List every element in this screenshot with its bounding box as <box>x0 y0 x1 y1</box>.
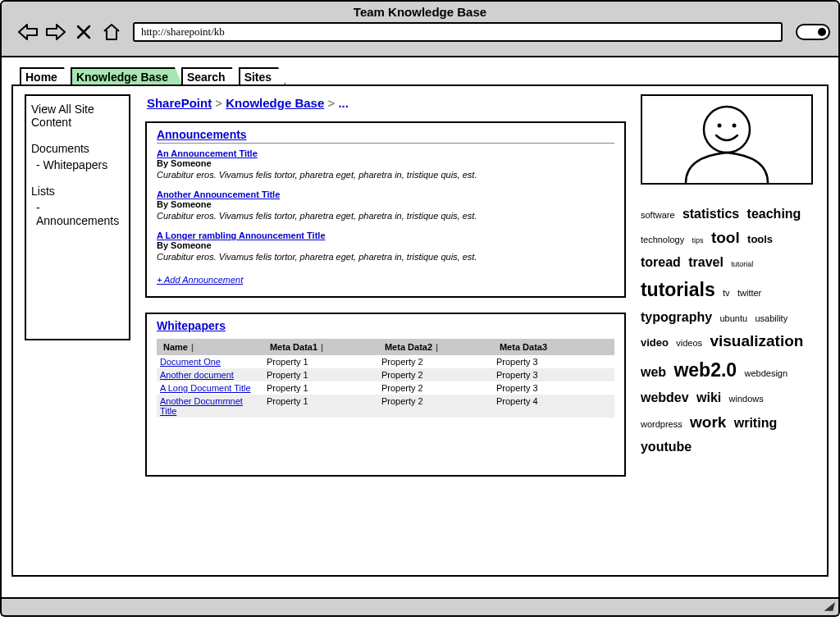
sidebar-view-all[interactable]: View All Site Content <box>31 103 124 129</box>
tab-home[interactable]: Home <box>20 67 72 86</box>
resize-grip-icon[interactable]: ◢ <box>824 599 833 612</box>
tag-cloud: software statistics teaching technology … <box>641 203 815 458</box>
announcement-title[interactable]: An Announcement Title <box>157 148 614 158</box>
sidebar-whitepapers[interactable]: - Whitepapers <box>31 158 124 171</box>
cell: Property 3 <box>493 381 608 395</box>
tag[interactable]: visualization <box>710 332 803 349</box>
tab-strip: Home Knowledge Base Search Sites <box>20 67 829 86</box>
stop-button[interactable] <box>72 22 95 42</box>
announcement-author: By Someone <box>157 240 614 250</box>
table-row: Document OneProperty 1Property 2Property… <box>157 355 614 368</box>
announcement-body: Curabitur eros. Vivamus felis tortor, ph… <box>157 252 614 262</box>
whitepapers-title[interactable]: Whitepapers <box>157 319 614 334</box>
left-nav: View All Site Content Documents - Whitep… <box>25 94 130 340</box>
cell: Property 1 <box>263 368 378 381</box>
table-row: Another Docummnet TitleProperty 1Propert… <box>157 395 614 418</box>
cell: Property 2 <box>378 355 493 368</box>
cell: Property 2 <box>378 395 493 418</box>
announcement-title[interactable]: Another Announcement Title <box>157 189 614 199</box>
cell: Property 1 <box>263 381 378 395</box>
breadcrumb-tail: ... <box>338 96 349 110</box>
back-button[interactable] <box>16 22 39 42</box>
tag[interactable]: tv <box>723 288 730 298</box>
tag[interactable]: web2.0 <box>673 359 737 381</box>
tab-sites[interactable]: Sites <box>239 67 286 86</box>
tag[interactable]: usability <box>755 313 788 323</box>
announcement-title[interactable]: A Longer rambling Announcement Title <box>157 231 614 240</box>
cell: Property 4 <box>493 395 608 418</box>
cell: Property 3 <box>493 355 608 368</box>
tag[interactable]: technology <box>641 235 684 244</box>
cell: Property 2 <box>378 368 493 381</box>
col-meta2[interactable]: Meta Data2 <box>385 342 432 352</box>
home-button[interactable] <box>100 22 123 42</box>
sidebar-documents-header: Documents <box>31 142 124 155</box>
whitepapers-header-row: Name| Meta Data1| Meta Data2| Meta Data3 <box>157 339 614 355</box>
tab-search[interactable]: Search <box>181 67 240 86</box>
sidebar-announcements[interactable]: - Announcements <box>31 201 124 227</box>
tab-knowledge-base[interactable]: Knowledge Base <box>71 67 183 86</box>
announcement-body: Curabitur eros. Vivamus felis tortor, ph… <box>157 211 614 221</box>
add-announcement-link[interactable]: + Add Announcement <box>157 275 243 285</box>
cell: Property 2 <box>378 381 493 395</box>
document-link[interactable]: A Long Document Title <box>160 383 251 393</box>
document-link[interactable]: Another Docummnet Title <box>160 396 243 416</box>
sidebar-lists-header: Lists <box>31 185 124 198</box>
window-title: Team Knowledge Base <box>2 3 838 22</box>
tag[interactable]: videos <box>676 338 702 348</box>
svg-point-0 <box>704 107 750 153</box>
tag[interactable]: youtube <box>641 440 692 454</box>
forward-button[interactable] <box>44 22 67 42</box>
tag[interactable]: webdev <box>641 390 689 404</box>
tag[interactable]: windows <box>729 394 764 404</box>
tag[interactable]: teaching <box>747 207 801 221</box>
tag[interactable]: work <box>690 413 726 431</box>
tag[interactable]: writing <box>734 416 777 430</box>
document-link[interactable]: Another document <box>160 370 234 380</box>
svg-point-2 <box>732 124 736 128</box>
avatar <box>641 94 813 185</box>
table-row: Another documentProperty 1Property 2Prop… <box>157 368 614 381</box>
tag[interactable]: tips <box>692 236 704 244</box>
col-meta3[interactable]: Meta Data3 <box>500 342 547 352</box>
tag[interactable]: wordpress <box>641 419 682 429</box>
whitepapers-panel: Whitepapers Name| Meta Data1| Meta Data2… <box>145 313 626 477</box>
breadcrumb: SharePoint > Knowledge Base > ... <box>147 96 626 110</box>
announcements-panel: Announcements An Announcement TitleBy So… <box>145 121 626 298</box>
announcement-author: By Someone <box>157 158 614 168</box>
address-bar[interactable] <box>133 22 783 42</box>
tag[interactable]: travel <box>688 255 724 269</box>
tag[interactable]: twitter <box>737 288 761 298</box>
document-link[interactable]: Document One <box>160 357 221 367</box>
tag[interactable]: toread <box>641 255 681 269</box>
col-name[interactable]: Name <box>163 342 188 352</box>
tag[interactable]: ubuntu <box>719 313 747 323</box>
cell: Property 1 <box>263 395 378 418</box>
tag[interactable]: statistics <box>682 207 739 221</box>
tag[interactable]: video <box>641 336 669 349</box>
table-row: A Long Document TitleProperty 1Property … <box>157 381 614 395</box>
tag[interactable]: typography <box>641 310 712 324</box>
tag[interactable]: tool <box>711 229 740 246</box>
announcement-author: By Someone <box>157 199 614 209</box>
breadcrumb-kb[interactable]: Knowledge Base <box>226 96 324 110</box>
breadcrumb-root[interactable]: SharePoint <box>147 96 212 110</box>
tag[interactable]: software <box>641 210 675 220</box>
tag[interactable]: tools <box>747 233 773 245</box>
announcements-title[interactable]: Announcements <box>157 128 614 144</box>
cell: Property 1 <box>263 355 378 368</box>
browser-titlebar: Team Knowledge Base <box>0 0 840 57</box>
col-meta1[interactable]: Meta Data1 <box>270 342 317 352</box>
svg-point-1 <box>717 124 721 128</box>
tag[interactable]: tutorial <box>731 260 753 268</box>
tag[interactable]: wiki <box>696 390 721 404</box>
tag[interactable]: webdesign <box>744 368 788 378</box>
cell: Property 3 <box>493 368 608 381</box>
search-pill[interactable] <box>796 24 830 40</box>
tag[interactable]: web <box>641 365 666 379</box>
status-bar: ◢ <box>0 599 840 617</box>
announcement-body: Curabitur eros. Vivamus felis tortor, ph… <box>157 170 614 180</box>
tag[interactable]: tutorials <box>641 279 715 300</box>
